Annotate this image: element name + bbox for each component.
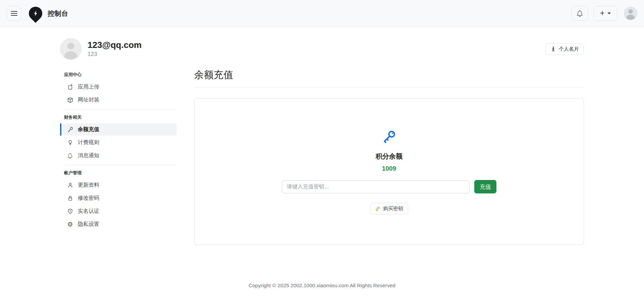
sidebar-divider xyxy=(63,165,176,165)
sidebar-divider xyxy=(63,109,176,110)
sidebar-item-real-name-verification[interactable]: 实名认证 xyxy=(63,205,176,218)
person-icon xyxy=(67,182,73,188)
sidebar-group-finance: 财务相关 xyxy=(60,111,176,123)
lock-icon xyxy=(67,195,73,201)
sidebar-item-url-packaging[interactable]: 网址封装 xyxy=(63,94,176,106)
lightning-icon xyxy=(33,10,39,16)
app-logo[interactable] xyxy=(26,4,45,23)
footer: Copyright © 2025 2002.1000.xiaomiou.com … xyxy=(0,283,644,289)
key-icon xyxy=(382,129,396,144)
profile-header: 123@qq.com 123 个人名片 xyxy=(60,38,584,60)
gear-icon: ⚙ xyxy=(67,222,73,228)
hamburger-icon xyxy=(11,11,17,12)
sidebar-item-label: 余额充值 xyxy=(78,126,99,133)
sidebar-item-label: 应用上传 xyxy=(78,83,99,90)
profile-username: 123 xyxy=(88,51,142,58)
sidebar-item-label: 实名认证 xyxy=(78,208,99,215)
buy-key-label: 购买密钥 xyxy=(383,205,403,212)
sidebar-item-update-profile[interactable]: 更新资料 xyxy=(63,179,176,191)
sidebar-item-label: 消息通知 xyxy=(78,152,99,159)
sidebar-group-account: 帐户管理 xyxy=(60,167,176,178)
box-icon xyxy=(67,97,73,103)
page-title: 余额充值 xyxy=(194,68,584,88)
sidebar-item-label: 修改密码 xyxy=(78,195,99,202)
sidebar-item-app-upload[interactable]: 应用上传 xyxy=(63,81,176,93)
sidebar-item-change-password[interactable]: 修改密码 xyxy=(63,192,176,204)
sidebar-item-label: 计费规则 xyxy=(78,139,99,146)
content-columns: 应用中心 应用上传 网址封装 xyxy=(60,68,584,245)
app-title: 控制台 xyxy=(48,9,68,18)
sidebar-item-privacy-settings[interactable]: ⚙ 隐私设置 xyxy=(63,218,176,231)
add-button[interactable]: + xyxy=(594,6,617,21)
sidebar-item-label: 更新资料 xyxy=(78,182,99,189)
copyright-text: Copyright © 2025 2002.1000.xiaomiou.com … xyxy=(249,283,395,288)
balance-label: 积分余额 xyxy=(376,152,402,161)
bell-icon xyxy=(67,153,73,159)
page-container: 123@qq.com 123 个人名片 应用中心 应用上传 xyxy=(60,38,584,245)
main-content: 余额充值 积分余额 1009 充值 xyxy=(194,68,584,245)
profile-avatar xyxy=(60,38,82,60)
buy-key-button[interactable]: 购买密钥 xyxy=(370,203,408,214)
personal-card-label: 个人名片 xyxy=(559,46,579,52)
topbar-avatar[interactable] xyxy=(624,7,637,20)
topbar-right: + xyxy=(571,6,637,21)
personal-card-button[interactable]: 个人名片 xyxy=(545,43,584,55)
notifications-button[interactable] xyxy=(571,6,588,21)
recharge-panel: 积分余额 1009 充值 购买密钥 xyxy=(194,98,584,245)
person-standing-icon xyxy=(550,46,556,52)
topbar-left: 控制台 xyxy=(7,6,68,21)
upload-box-icon xyxy=(67,84,73,90)
sidebar: 应用中心 应用上传 网址封装 xyxy=(60,68,176,231)
profile-email: 123@qq.com xyxy=(88,40,142,50)
plus-icon: + xyxy=(600,9,604,17)
sidebar-item-notifications[interactable]: 消息通知 xyxy=(63,149,176,162)
recharge-form: 充值 xyxy=(282,180,496,193)
menu-toggle-button[interactable] xyxy=(7,6,21,21)
recharge-button[interactable]: 充值 xyxy=(474,180,496,193)
topbar: 控制台 + xyxy=(0,0,644,27)
profile-texts: 123@qq.com 123 xyxy=(88,40,142,58)
balance-value: 1009 xyxy=(382,165,396,172)
recharge-key-input[interactable] xyxy=(282,180,470,193)
lightbulb-icon xyxy=(67,140,73,146)
sidebar-item-label: 隐私设置 xyxy=(78,221,99,228)
chevron-down-icon xyxy=(607,12,611,14)
sidebar-item-billing-rules[interactable]: 计费规则 xyxy=(63,136,176,149)
sidebar-item-balance-recharge[interactable]: 余额充值 xyxy=(63,123,176,136)
sidebar-group-app-center: 应用中心 xyxy=(60,68,176,80)
person-silhouette-icon xyxy=(624,7,637,20)
link-icon xyxy=(375,206,380,211)
bell-icon xyxy=(577,10,583,17)
person-silhouette-icon xyxy=(60,38,81,60)
sidebar-item-label: 网址封装 xyxy=(78,97,99,104)
key-icon xyxy=(67,127,73,133)
shield-exclamation-icon xyxy=(67,208,73,214)
